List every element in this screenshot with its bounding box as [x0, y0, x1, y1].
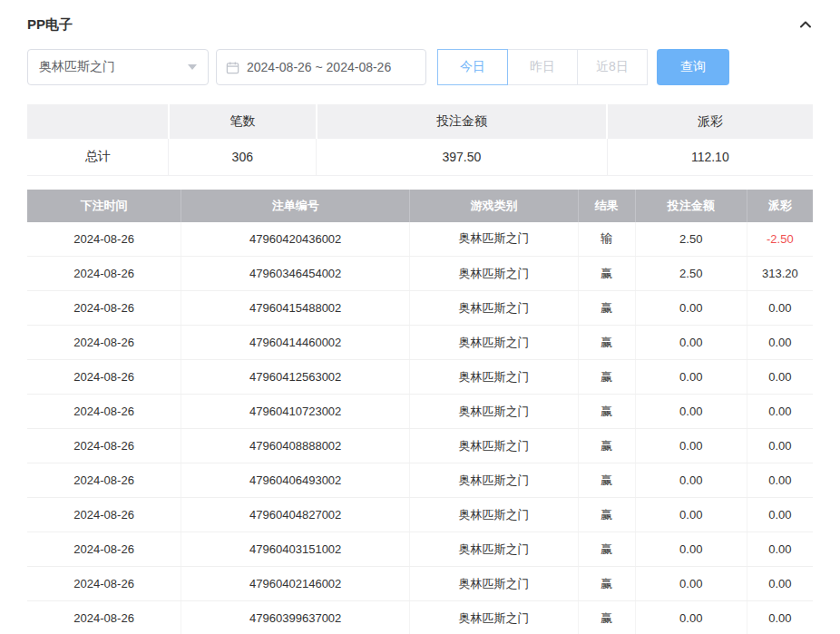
bet-id-cell: 47960414460002 — [181, 326, 410, 360]
bet-time-cell: 2024-08-26 — [27, 326, 181, 360]
panel-header: PP电子 — [27, 11, 813, 38]
bet-amount-cell: 0.00 — [635, 498, 747, 532]
bet-table-body: 2024-08-26 47960420436002 奥林匹斯之门 输 2.50 … — [27, 222, 813, 634]
yesterday-button[interactable]: 昨日 — [507, 49, 578, 85]
bet-amount-cell: 0.00 — [635, 360, 747, 395]
summary-total-row: 总计 306 397.50 112.10 — [27, 139, 813, 175]
bet-id-cell: 47960404827002 — [181, 498, 410, 532]
bet-amount-cell: 0.00 — [635, 463, 747, 498]
payout-cell: 0.00 — [747, 601, 813, 634]
result-cell: 赢 — [578, 429, 635, 463]
game-type-cell: 奥林匹斯之门 — [410, 291, 578, 326]
header-bet-amount: 投注金额 — [635, 190, 747, 222]
bet-id-cell: 47960412563002 — [181, 360, 410, 395]
bet-amount-cell: 0.00 — [635, 395, 747, 429]
bet-table: 下注时间 注单编号 游戏类别 结果 投注金额 派彩 2024-08-26 479… — [27, 190, 813, 634]
result-cell: 赢 — [578, 601, 635, 634]
table-row: 2024-08-26 47960404827002 奥林匹斯之门 赢 0.00 … — [27, 498, 813, 532]
last-8-days-button[interactable]: 近8日 — [577, 49, 648, 85]
payout-cell: 0.00 — [747, 291, 813, 326]
bet-time-cell: 2024-08-26 — [27, 567, 181, 601]
bet-table-header-row: 下注时间 注单编号 游戏类别 结果 投注金额 派彩 — [27, 190, 813, 222]
result-cell: 赢 — [578, 532, 635, 567]
bet-id-cell: 47960403151002 — [181, 532, 410, 567]
game-type-cell: 奥林匹斯之门 — [410, 498, 578, 532]
summary-table: 笔数 投注金额 派彩 总计 306 397.50 112.10 — [27, 104, 813, 176]
bet-time-cell: 2024-08-26 — [27, 601, 181, 634]
bet-time-cell: 2024-08-26 — [27, 532, 181, 567]
table-row: 2024-08-26 47960414460002 奥林匹斯之门 赢 0.00 … — [27, 326, 813, 360]
header-result: 结果 — [578, 190, 635, 222]
bet-time-cell: 2024-08-26 — [27, 395, 181, 429]
table-row: 2024-08-26 47960408888002 奥林匹斯之门 赢 0.00 … — [27, 429, 813, 463]
result-cell: 赢 — [578, 326, 635, 360]
game-type-cell: 奥林匹斯之门 — [410, 532, 578, 567]
bet-time-cell: 2024-08-26 — [27, 498, 181, 532]
table-row: 2024-08-26 47960403151002 奥林匹斯之门 赢 0.00 … — [27, 532, 813, 567]
bet-id-cell: 47960346454002 — [181, 257, 410, 291]
bet-amount-cell: 0.00 — [635, 291, 747, 326]
result-cell: 赢 — [578, 257, 635, 291]
bet-time-cell: 2024-08-26 — [27, 360, 181, 395]
payout-cell: 0.00 — [747, 463, 813, 498]
payout-cell: -2.50 — [747, 222, 813, 257]
summary-total-bet-amount: 397.50 — [317, 139, 607, 175]
collapse-button[interactable] — [798, 17, 813, 32]
bet-id-cell: 47960402146002 — [181, 567, 410, 601]
header-payout: 派彩 — [747, 190, 813, 222]
table-row: 2024-08-26 47960399637002 奥林匹斯之门 赢 0.00 … — [27, 601, 813, 634]
result-cell: 赢 — [578, 395, 635, 429]
table-row: 2024-08-26 47960402146002 奥林匹斯之门 赢 0.00 … — [27, 567, 813, 601]
chevron-up-icon — [798, 17, 813, 32]
date-range-input[interactable]: 2024-08-26 ~ 2024-08-26 — [216, 49, 426, 85]
today-button[interactable]: 今日 — [437, 49, 508, 85]
summary-total-label: 总计 — [27, 139, 169, 175]
table-row: 2024-08-26 47960415488002 奥林匹斯之门 赢 0.00 … — [27, 291, 813, 326]
payout-cell: 313.20 — [747, 257, 813, 291]
page-title: PP电子 — [27, 16, 73, 34]
search-button[interactable]: 查询 — [657, 49, 729, 85]
game-type-cell: 奥林匹斯之门 — [410, 395, 578, 429]
date-range-value: 2024-08-26 ~ 2024-08-26 — [247, 60, 391, 74]
bet-amount-cell: 2.50 — [635, 222, 747, 257]
payout-cell: 0.00 — [747, 567, 813, 601]
result-cell: 赢 — [578, 291, 635, 326]
bet-id-cell: 47960399637002 — [181, 601, 410, 634]
bet-amount-cell: 0.00 — [635, 567, 747, 601]
result-cell: 赢 — [578, 360, 635, 395]
bet-amount-cell: 0.00 — [635, 601, 747, 634]
result-cell: 赢 — [578, 498, 635, 532]
bet-amount-cell: 0.00 — [635, 326, 747, 360]
header-game-type: 游戏类别 — [410, 190, 578, 222]
table-row: 2024-08-26 47960346454002 奥林匹斯之门 赢 2.50 … — [27, 257, 813, 291]
bet-amount-cell: 0.00 — [635, 532, 747, 567]
chevron-down-icon — [188, 64, 197, 70]
payout-cell: 0.00 — [747, 498, 813, 532]
bet-id-cell: 47960420436002 — [181, 222, 410, 257]
result-cell: 赢 — [578, 567, 635, 601]
summary-header-count: 笔数 — [169, 104, 317, 139]
result-cell: 输 — [578, 222, 635, 257]
payout-cell: 0.00 — [747, 360, 813, 395]
header-bet-id: 注单编号 — [181, 190, 410, 222]
summary-total-payout: 112.10 — [607, 139, 813, 175]
bet-id-cell: 47960415488002 — [181, 291, 410, 326]
table-row: 2024-08-26 47960412563002 奥林匹斯之门 赢 0.00 … — [27, 360, 813, 395]
calendar-icon — [226, 61, 239, 74]
bet-id-cell: 47960406493002 — [181, 463, 410, 498]
game-type-cell: 奥林匹斯之门 — [410, 601, 578, 634]
game-type-cell: 奥林匹斯之门 — [410, 326, 578, 360]
header-bet-time: 下注时间 — [27, 190, 181, 222]
table-row: 2024-08-26 47960410723002 奥林匹斯之门 赢 0.00 … — [27, 395, 813, 429]
game-type-cell: 奥林匹斯之门 — [410, 222, 578, 257]
bet-id-cell: 47960408888002 — [181, 429, 410, 463]
bet-amount-cell: 2.50 — [635, 257, 747, 291]
summary-header-payout: 派彩 — [607, 104, 813, 139]
payout-cell: 0.00 — [747, 532, 813, 567]
game-type-cell: 奥林匹斯之门 — [410, 463, 578, 498]
quick-filter-group: 今日 昨日 近8日 — [437, 49, 648, 85]
summary-total-count: 306 — [169, 139, 317, 175]
payout-cell: 0.00 — [747, 395, 813, 429]
game-type-cell: 奥林匹斯之门 — [410, 567, 578, 601]
game-select[interactable]: 奥林匹斯之门 — [27, 49, 209, 85]
